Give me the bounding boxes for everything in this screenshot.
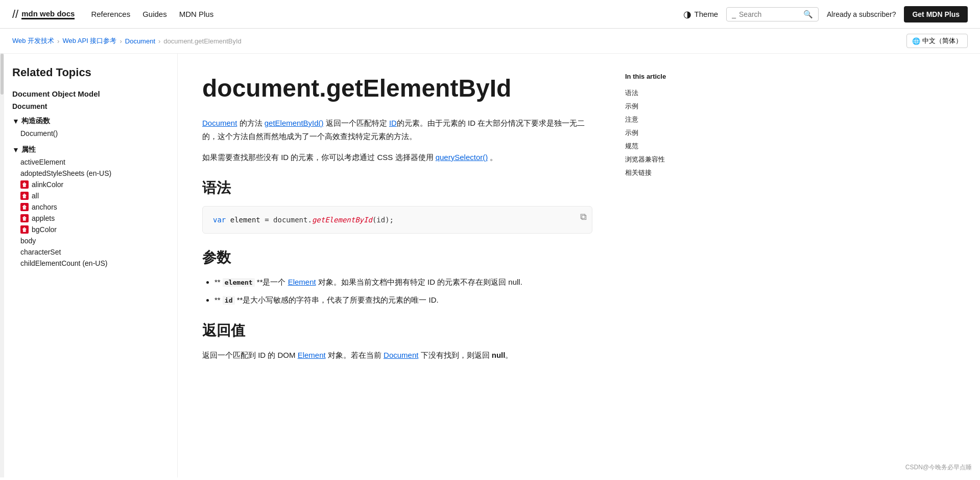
theme-label: Theme (695, 10, 719, 18)
scroll-thumb (1, 54, 4, 95)
code-function: getElementById (312, 216, 372, 224)
sidebar-item-document-constructor[interactable]: Document() (12, 128, 169, 139)
getElementByid-link[interactable]: getElementById() (265, 119, 324, 127)
toc-item-compat[interactable]: 浏览器兼容性 (625, 153, 711, 166)
sidebar-item-label: Document() (20, 129, 58, 138)
sidebar-item-body[interactable]: body (12, 235, 169, 246)
intro-paragraph-1: Document 的方法 getElementById() 返回一个匹配特定 I… (202, 117, 592, 143)
watermark: CSDN@今晚务必早点睡 (905, 463, 972, 472)
top-nav: // mdn web docs References Guides MDN Pl… (0, 0, 980, 29)
logo-slash: // (12, 8, 18, 21)
sidebar-item-label: bgColor (32, 225, 57, 234)
params-list: ** element **是一个 Element 对象。如果当前文档中拥有特定 … (202, 276, 592, 307)
deprecated-icon: 🗑 (20, 225, 29, 234)
toc-item-related[interactable]: 相关链接 (625, 166, 711, 179)
code-id: id (223, 296, 235, 305)
sidebar-item-label: all (32, 192, 39, 200)
sidebar-item-applets[interactable]: 🗑 applets (12, 213, 169, 224)
main-content: document.getElementById Document 的方法 get… (178, 54, 617, 477)
logo-text: mdn web docs (21, 9, 75, 19)
nav-guides[interactable]: Guides (142, 10, 167, 18)
sidebar-item-alinkColor[interactable]: 🗑 alinkColor (12, 179, 169, 190)
param-id: ** id **是大小写敏感的字符串，代表了所要查找的元素的唯一 ID. (214, 293, 592, 307)
logo[interactable]: // mdn web docs (12, 8, 75, 21)
returns-heading: 返回值 (202, 321, 592, 340)
toc-item-notes[interactable]: 注意 (625, 113, 711, 126)
document-link[interactable]: Document (202, 119, 237, 127)
sidebar-item-label: activeElement (20, 158, 65, 166)
breadcrumb: Web 开发技术 › Web API 接口参考 › Document › doc… (12, 36, 242, 45)
toc-item-examples-1[interactable]: 示例 (625, 100, 711, 113)
sidebar-item-characterSet[interactable]: characterSet (12, 246, 169, 258)
intro-paragraph-2: 如果需要查找那些没有 ID 的元素，你可以考虑通过 CSS 选择器使用 quer… (202, 151, 592, 164)
code-equals: = document. (265, 216, 312, 224)
constructors-triangle: ▼ (12, 117, 19, 125)
toc-title: In this article (625, 73, 711, 80)
search-input[interactable] (739, 10, 800, 18)
sidebar-item-label: anchors (32, 203, 57, 211)
breadcrumb-current: document.getElementById (163, 37, 241, 45)
toc-item-examples-2[interactable]: 示例 (625, 126, 711, 140)
theme-button[interactable]: ◑ Theme (683, 9, 719, 20)
main-nav: References Guides MDN Plus (91, 10, 213, 18)
code-var-element: element (230, 216, 265, 224)
scroll-indicator[interactable] (0, 54, 4, 477)
breadcrumb-document[interactable]: Document (125, 37, 155, 45)
main-layout: Related Topics Document Object Model Doc… (0, 54, 980, 477)
breadcrumb-sep-1: › (57, 37, 59, 45)
deprecated-icon: 🗑 (20, 192, 29, 200)
code-element: element (223, 278, 255, 287)
element-link[interactable]: Element (288, 278, 316, 286)
get-plus-button[interactable]: Get MDN Plus (904, 6, 968, 22)
breadcrumb-sep-2: › (119, 37, 122, 45)
left-sidebar: Related Topics Document Object Model Doc… (4, 54, 178, 477)
sidebar-item-childElementCount[interactable]: childElementCount (en-US) (12, 258, 169, 269)
nav-right: ◑ Theme _ 🔍 Already a subscriber? Get MD… (683, 6, 968, 22)
sidebar-item-all[interactable]: 🗑 all (12, 190, 169, 201)
returns-text: 返回一个匹配到 ID 的 DOM Element 对象。若在当前 Documen… (202, 349, 592, 362)
sidebar-item-label: adoptedStyleSheets (en-US) (20, 169, 111, 177)
sidebar-category-constructors[interactable]: ▼ 构造函数 (12, 117, 169, 126)
sidebar-item-label: applets (32, 214, 55, 222)
toc-item-spec[interactable]: 规范 (625, 140, 711, 153)
breadcrumb-bar: Web 开发技术 › Web API 接口参考 › Document › doc… (0, 29, 980, 54)
search-icon[interactable]: 🔍 (803, 10, 813, 19)
nav-references[interactable]: References (91, 10, 130, 18)
breadcrumb-web-api[interactable]: Web API 接口参考 (62, 36, 116, 45)
sidebar-item-anchors[interactable]: 🗑 anchors (12, 201, 169, 213)
globe-icon: 🌐 (912, 37, 920, 45)
element-link-2[interactable]: Element (298, 351, 326, 359)
param-element: ** element **是一个 Element 对象。如果当前文档中拥有特定 … (214, 276, 592, 289)
sidebar-item-label: body (20, 237, 36, 245)
breadcrumb-web-dev[interactable]: Web 开发技术 (12, 36, 54, 45)
sidebar-section-title: Document Object Model (12, 89, 169, 98)
nav-mdn-plus[interactable]: MDN Plus (179, 10, 214, 18)
language-button[interactable]: 🌐 中文（简体） (906, 34, 968, 48)
code-keyword: var (213, 216, 226, 224)
id-link[interactable]: ID (389, 119, 397, 127)
right-toc: In this article 语法 示例 注意 示例 规范 浏览器兼容性 相关… (617, 56, 719, 196)
properties-triangle: ▼ (12, 146, 19, 154)
sidebar-item-adoptedStyleSheets[interactable]: adoptedStyleSheets (en-US) (12, 168, 169, 179)
copy-button[interactable]: ⧉ (580, 212, 587, 222)
sidebar-item-bgColor[interactable]: 🗑 bgColor (12, 224, 169, 235)
deprecated-icon: 🗑 (20, 180, 29, 189)
document-link-2[interactable]: Document (384, 351, 418, 359)
deprecated-icon: 🗑 (20, 203, 29, 211)
toc-item-syntax[interactable]: 语法 (625, 86, 711, 100)
properties-label: 属性 (21, 145, 36, 154)
sidebar-item-activeElement[interactable]: activeElement (12, 156, 169, 168)
breadcrumb-sep-3: › (158, 37, 160, 45)
sidebar-title: Related Topics (12, 66, 169, 79)
queryselector-link[interactable]: querySelector() (436, 153, 488, 162)
sidebar-top-link[interactable]: Document (12, 102, 169, 110)
sidebar-item-label: alinkColor (32, 180, 63, 189)
params-heading: 参数 (202, 248, 592, 267)
lang-label: 中文（简体） (922, 36, 962, 45)
syntax-heading: 语法 (202, 178, 592, 198)
sidebar-category-properties[interactable]: ▼ 属性 (12, 145, 169, 154)
nav-left: // mdn web docs References Guides MDN Pl… (12, 8, 213, 21)
deprecated-icon: 🗑 (20, 214, 29, 222)
sidebar-item-label: characterSet (20, 248, 61, 256)
code-block: var element = document.getElementById(id… (202, 206, 592, 234)
